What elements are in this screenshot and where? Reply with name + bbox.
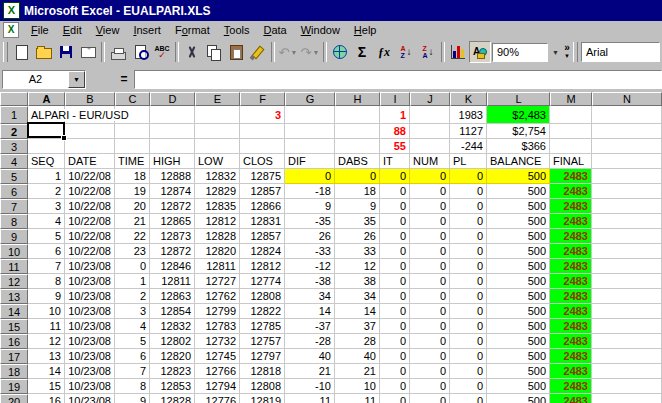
cell-L20[interactable]: 500 (487, 394, 550, 403)
undo-dropdown-icon[interactable]: ▼ (290, 49, 297, 56)
cell-M20[interactable]: 2483 (550, 394, 592, 403)
cell-D9[interactable]: 12873 (150, 229, 195, 244)
cell-I11[interactable]: 0 (380, 259, 410, 274)
cell-L5[interactable]: 500 (487, 169, 550, 184)
cell-I3[interactable]: 55 (380, 139, 410, 154)
cell-C16[interactable]: 5 (115, 334, 150, 349)
cell-F17[interactable]: 12797 (240, 349, 285, 364)
cell-F18[interactable]: 12818 (240, 364, 285, 379)
cell-J16[interactable]: 0 (410, 334, 450, 349)
cell-M10[interactable]: 2483 (550, 244, 592, 259)
cell-C14[interactable]: 3 (115, 304, 150, 319)
cell-I6[interactable]: 0 (380, 184, 410, 199)
email-button[interactable] (77, 41, 99, 63)
cell-K6[interactable]: 0 (450, 184, 487, 199)
cell-C17[interactable]: 6 (115, 349, 150, 364)
cell-F8[interactable]: 12831 (240, 214, 285, 229)
cell-E19[interactable]: 12794 (195, 379, 240, 394)
menu-item-window[interactable]: Window (294, 23, 347, 37)
name-box-dropdown-icon[interactable]: ▼ (68, 71, 85, 88)
cell-A6[interactable]: 2 (28, 184, 65, 199)
cell-E8[interactable]: 12812 (195, 214, 240, 229)
cell-F16[interactable]: 12757 (240, 334, 285, 349)
cell-E2[interactable] (195, 124, 240, 139)
cell-G20[interactable]: 11 (285, 394, 335, 403)
save-button[interactable] (55, 41, 77, 63)
cell-F12[interactable]: 12774 (240, 274, 285, 289)
cell-L1[interactable]: $2,483 (487, 106, 550, 124)
cell-K1[interactable]: 1983 (450, 106, 487, 124)
cell-E12[interactable]: 12727 (195, 274, 240, 289)
cell-E3[interactable] (195, 139, 240, 154)
cell-B11[interactable]: 10/23/08 (65, 259, 115, 274)
cell-I16[interactable]: 0 (380, 334, 410, 349)
cell-K3[interactable]: -244 (450, 139, 487, 154)
cell-D15[interactable]: 12832 (150, 319, 195, 334)
cell-K19[interactable]: 0 (450, 379, 487, 394)
cell-L10[interactable]: 500 (487, 244, 550, 259)
column-header-B[interactable]: B (65, 92, 115, 106)
cell-J6[interactable]: 0 (410, 184, 450, 199)
cell-I14[interactable]: 0 (380, 304, 410, 319)
cell-B15[interactable]: 10/23/08 (65, 319, 115, 334)
select-all-corner[interactable] (0, 92, 28, 106)
cell-F15[interactable]: 12785 (240, 319, 285, 334)
cell-K14[interactable]: 0 (450, 304, 487, 319)
cell-M7[interactable]: 2483 (550, 199, 592, 214)
cell-M2[interactable] (550, 124, 592, 139)
drawing-button[interactable]: A (469, 41, 491, 63)
cell-J13[interactable]: 0 (410, 289, 450, 304)
cell-D20[interactable]: 12828 (150, 394, 195, 403)
row-header-6[interactable]: 6 (0, 184, 28, 199)
cell-M11[interactable]: 2483 (550, 259, 592, 274)
cell-K18[interactable]: 0 (450, 364, 487, 379)
column-header-H[interactable]: H (335, 92, 380, 106)
cell-D10[interactable]: 12872 (150, 244, 195, 259)
cell-I15[interactable]: 0 (380, 319, 410, 334)
cell-D3[interactable] (150, 139, 195, 154)
cell-G7[interactable]: 9 (285, 199, 335, 214)
cell-F9[interactable]: 12857 (240, 229, 285, 244)
cell-C12[interactable]: 1 (115, 274, 150, 289)
cell-D13[interactable]: 12863 (150, 289, 195, 304)
row-header-8[interactable]: 8 (0, 214, 28, 229)
cell-N2[interactable] (592, 124, 662, 139)
cell-E9[interactable]: 12828 (195, 229, 240, 244)
cell-N5[interactable] (592, 169, 662, 184)
cell-B3[interactable] (65, 139, 115, 154)
cell-B6[interactable]: 10/22/08 (65, 184, 115, 199)
column-header-G[interactable]: G (285, 92, 335, 106)
row-header-3[interactable]: 3 (0, 139, 28, 154)
menu-item-edit[interactable]: Edit (56, 23, 89, 37)
insert-hyperlink-button[interactable] (329, 41, 351, 63)
paste-function-button[interactable]: ƒx (373, 41, 395, 63)
cell-N12[interactable] (592, 274, 662, 289)
cell-I12[interactable]: 0 (380, 274, 410, 289)
cell-L3[interactable]: $366 (487, 139, 550, 154)
cell-A12[interactable]: 8 (28, 274, 65, 289)
cell-F20[interactable]: 12819 (240, 394, 285, 403)
cell-N1[interactable] (592, 106, 662, 124)
cell-K9[interactable]: 0 (450, 229, 487, 244)
cell-K2[interactable]: 1127 (450, 124, 487, 139)
cell-N13[interactable] (592, 289, 662, 304)
cell-A19[interactable]: 15 (28, 379, 65, 394)
row-header-19[interactable]: 19 (0, 379, 28, 394)
cell-I17[interactable]: 0 (380, 349, 410, 364)
cell-N6[interactable] (592, 184, 662, 199)
cell-M12[interactable]: 2483 (550, 274, 592, 289)
row-header-4[interactable]: 4 (0, 154, 28, 169)
print-preview-button[interactable] (129, 41, 151, 63)
cell-F14[interactable]: 12822 (240, 304, 285, 319)
cell-L16[interactable]: 500 (487, 334, 550, 349)
cell-M18[interactable]: 2483 (550, 364, 592, 379)
cell-F10[interactable]: 12824 (240, 244, 285, 259)
cell-G16[interactable]: -28 (285, 334, 335, 349)
cell-G12[interactable]: -38 (285, 274, 335, 289)
menu-item-file[interactable]: File (24, 23, 56, 37)
cell-L6[interactable]: 500 (487, 184, 550, 199)
row-header-18[interactable]: 18 (0, 364, 28, 379)
sort-ascending-button[interactable]: AZ↓ (395, 41, 417, 63)
menu-item-help[interactable]: Help (347, 23, 384, 37)
column-header-C[interactable]: C (115, 92, 150, 106)
